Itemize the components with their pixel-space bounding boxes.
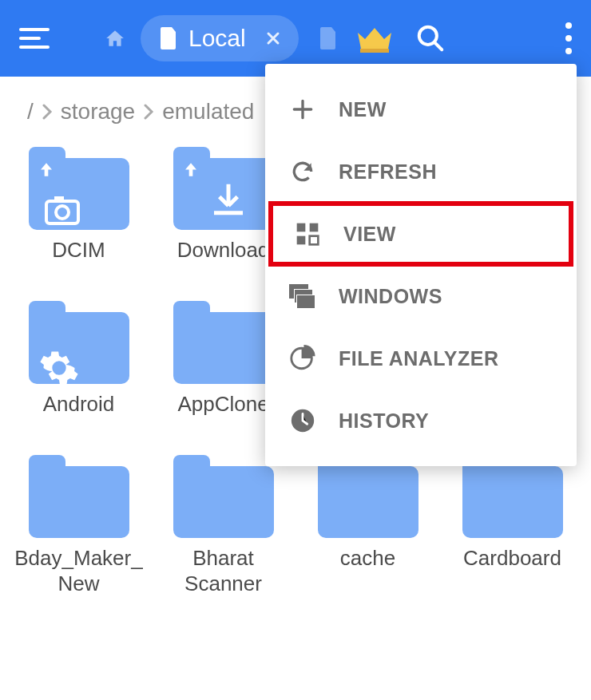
folder-label: Download (177, 238, 270, 263)
svg-rect-8 (297, 236, 306, 245)
sd-card-icon (158, 27, 177, 49)
svg-rect-14 (297, 295, 315, 308)
menu-item-label: WINDOWS (339, 285, 442, 308)
breadcrumb-segment[interactable]: emulated (162, 99, 254, 125)
folder-item[interactable]: Cardboard (443, 455, 581, 595)
folder-label: Android (43, 392, 115, 417)
svg-rect-7 (310, 223, 319, 232)
folder-icon (29, 301, 129, 384)
folder-item[interactable]: cache (299, 455, 437, 595)
sd-card-dim-icon[interactable] (318, 27, 337, 49)
menu-item-file-analyzer[interactable]: FILE ANALYZER (265, 327, 577, 390)
svg-rect-0 (360, 49, 389, 53)
plus-icon (288, 94, 318, 125)
menu-item-label: REFRESH (339, 160, 437, 184)
folder-label: Bday_Maker_New (11, 546, 147, 595)
breadcrumb-root[interactable]: / (27, 99, 34, 125)
menu-item-label: NEW (339, 98, 387, 121)
premium-crown-icon[interactable] (356, 26, 391, 50)
menu-item-new[interactable]: NEW (265, 78, 577, 140)
hamburger-icon[interactable] (19, 28, 50, 49)
breadcrumb-segment[interactable]: storage (61, 99, 135, 125)
menu-item-view[interactable]: VIEW (270, 203, 572, 265)
folder-label: Cardboard (463, 546, 561, 571)
svg-rect-5 (54, 196, 64, 203)
folder-icon (29, 455, 129, 538)
menu-item-refresh[interactable]: REFRESH (265, 140, 577, 203)
close-tab-icon[interactable] (265, 30, 281, 46)
chevron-right-icon (143, 104, 154, 120)
folder-icon (29, 147, 129, 230)
folder-item[interactable]: Bday_Maker_New (10, 455, 148, 595)
windows-icon (288, 281, 318, 311)
folder-icon (173, 147, 274, 230)
clock-icon (288, 405, 318, 436)
menu-item-label: VIEW (343, 223, 396, 246)
folder-label: Bharat Scanner (156, 546, 292, 595)
menu-item-label: FILE ANALYZER (339, 347, 499, 370)
folder-label: AppClone (177, 392, 268, 417)
overflow-menu-icon[interactable] (565, 22, 572, 54)
folder-label: cache (340, 546, 395, 571)
menu-item-label: HISTORY (339, 409, 429, 433)
svg-point-4 (56, 206, 69, 219)
grid-view-icon (292, 219, 323, 249)
folder-icon (173, 301, 274, 384)
svg-rect-9 (310, 236, 319, 245)
overflow-dropdown: NEW REFRESH VIEW WINDOWS (265, 64, 577, 466)
folder-item[interactable]: Bharat Scanner (154, 455, 292, 595)
location-tab[interactable]: Local (141, 15, 299, 61)
search-icon[interactable] (415, 23, 446, 53)
pie-chart-icon (288, 343, 318, 374)
location-tab-label: Local (188, 25, 246, 52)
folder-icon (318, 455, 418, 538)
refresh-icon (288, 156, 318, 187)
folder-icon (173, 455, 274, 538)
folder-item[interactable]: DCIM (10, 147, 148, 263)
menu-item-windows[interactable]: WINDOWS (265, 265, 577, 327)
svg-rect-6 (297, 223, 306, 232)
home-icon[interactable] (104, 28, 126, 49)
chevron-right-icon (42, 104, 53, 120)
svg-line-2 (434, 42, 442, 50)
menu-item-history[interactable]: HISTORY (265, 390, 577, 452)
folder-item[interactable]: Android (10, 301, 148, 417)
folder-icon (462, 455, 563, 538)
folder-label: DCIM (52, 238, 105, 263)
